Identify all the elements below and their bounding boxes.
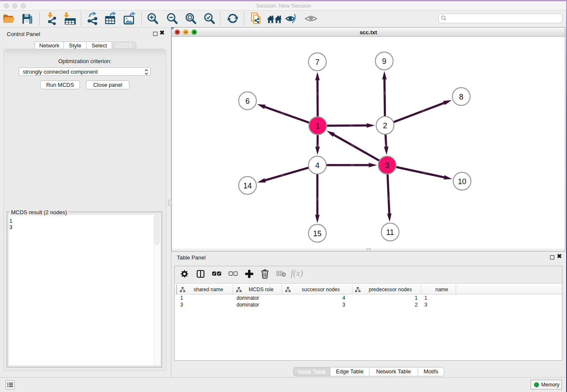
svg-text:11: 11 — [386, 228, 394, 237]
svg-text:15: 15 — [313, 229, 322, 238]
svg-text:7: 7 — [315, 58, 319, 66]
svg-text:9: 9 — [382, 57, 386, 66]
svg-text:4: 4 — [315, 161, 319, 170]
svg-text:1: 1 — [316, 122, 320, 130]
svg-text:3: 3 — [385, 161, 389, 170]
svg-text:14: 14 — [243, 182, 252, 190]
svg-text:8: 8 — [459, 93, 463, 101]
svg-text:6: 6 — [245, 97, 250, 105]
svg-text:10: 10 — [458, 177, 466, 186]
svg-text:2: 2 — [383, 121, 387, 130]
